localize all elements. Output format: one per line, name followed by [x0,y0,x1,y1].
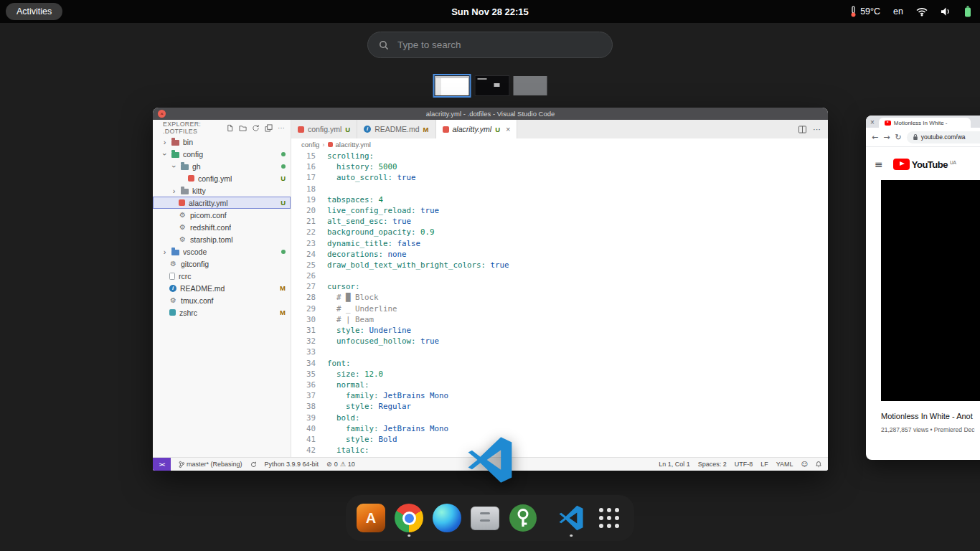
window-switcher [433,74,547,98]
files-icon [471,507,499,530]
dock-item-app-grid[interactable] [594,499,624,537]
breadcrumb[interactable]: config › alacritty.yml [291,138,828,150]
editor-more-actions-icon[interactable]: ··· [813,125,821,133]
line-number: 23 [291,238,316,249]
window-close-button[interactable]: × [158,110,166,118]
youtube-logo[interactable]: YouTube UA [893,159,956,170]
tree-item-alacritty.yml[interactable]: alacritty.ymlU [153,197,291,209]
refresh-icon[interactable] [252,124,260,132]
chevron-icon: › [171,187,177,195]
hamburger-menu-icon[interactable]: ≡ [875,159,883,170]
editor-tab-bar: config.ymlUiREADME.mdMalacritty.ymlU× ··… [291,120,828,138]
video-title: Motionless In White - Anot [881,412,980,420]
activities-button[interactable]: Activities [6,3,62,20]
tree-item-config.yml[interactable]: config.ymlU [153,172,291,184]
split-editor-icon[interactable] [798,126,806,133]
dock-item-files[interactable] [470,499,500,537]
wifi-icon [916,7,928,17]
editor-tab-alacritty.yml[interactable]: alacritty.ymlU× [436,120,518,138]
eol[interactable]: LF [760,461,768,468]
dock-item-edge[interactable] [432,499,462,537]
tab-label: README.md [374,125,419,133]
file-tree: ›bin›config›ghconfig.ymlU›kittyalacritty… [153,136,291,319]
notifications-icon[interactable] [816,461,821,468]
tree-item-zshrc[interactable]: zshrcM [153,306,291,319]
new-folder-icon[interactable] [239,124,247,132]
tree-item-bin[interactable]: ›bin [153,136,291,148]
tree-item-gh[interactable]: ›gh [153,160,291,172]
search-input[interactable] [396,39,601,51]
tab-label: alacritty.yml [453,125,492,133]
editor-tab-README.md[interactable]: iREADME.mdM [357,120,435,138]
dock-item-alacritty[interactable]: A [356,499,386,537]
code-line: 30 # | Beam [291,314,828,325]
indentation[interactable]: Spaces: 2 [698,461,727,468]
git-status-badge: U [345,126,350,133]
chevron-icon: › [161,151,169,157]
file-name: picom.conf [190,211,227,220]
close-tab-icon[interactable]: × [870,117,875,128]
vscode-titlebar[interactable]: × alacritty.yml - .dotfiles - Visual Stu… [153,108,828,120]
file-name: gh [192,162,201,171]
chrome-tab[interactable]: Motionless In White - [879,118,971,128]
close-tab-icon[interactable]: × [506,125,510,133]
file-name: bin [183,138,193,146]
address-bar[interactable]: youtube.com/wa [907,131,980,143]
sync-icon[interactable] [250,461,257,468]
folder-icon [181,164,189,170]
tree-item-config[interactable]: ›config [153,148,291,160]
dock: A [346,495,634,541]
tree-item-kitty[interactable]: ›kitty [153,184,291,197]
youtube-favicon [885,121,891,126]
tree-item-picom.conf[interactable]: ⚙picom.conf [153,209,291,221]
tree-item-rcrc[interactable]: rcrc [153,270,291,282]
running-indicator [407,534,410,537]
problems-indicator[interactable]: ⊘ 0 ⚠ 10 [326,461,355,468]
remote-indicator[interactable]: >< [153,458,171,471]
keyboard-layout[interactable]: en [893,6,903,17]
line-number: 27 [291,281,316,292]
dock-item-chrome[interactable] [394,499,424,537]
reload-button[interactable]: ↻ [895,133,901,142]
tree-item-gitconfig[interactable]: ⚙gitconfig [153,258,291,270]
system-tray[interactable]: 59°C en [850,0,971,23]
breadcrumb-folder[interactable]: config [301,141,319,149]
forward-button[interactable]: → [883,133,890,142]
code-editor[interactable]: 15scrolling:16 history: 500017 auto_scro… [291,150,828,457]
edge-icon [433,504,461,532]
tree-item-tmux.conf[interactable]: ⚙tmux.conf [153,294,291,306]
collapse-all-icon[interactable] [265,124,273,132]
more-actions-icon[interactable]: ··· [278,124,285,131]
encoding[interactable]: UTF-8 [735,461,753,468]
lock-icon [913,133,918,141]
tree-item-redshift.conf[interactable]: ⚙redshift.conf [153,221,291,233]
code-line: 23dynamic_title: false [291,238,828,249]
dock-item-keepassxc[interactable] [508,499,538,537]
python-interpreter[interactable]: Python 3.9.9 64-bit [265,461,319,468]
window-thumbnail-vscode[interactable] [433,74,471,98]
tree-item-starship.toml[interactable]: ⚙starship.toml [153,233,291,245]
editor-tab-config.yml[interactable]: config.ymlU [291,120,357,138]
video-player[interactable] [881,180,980,401]
new-file-icon[interactable] [226,124,234,132]
window-thumbnail-other[interactable] [514,76,547,95]
language-mode[interactable]: YAML [776,461,793,468]
yaml-file-icon [328,142,333,147]
clock[interactable]: Sun Nov 28 22:15 [451,0,529,23]
search-bar[interactable] [367,32,613,58]
tree-item-README.md[interactable]: iREADME.mdM [153,282,291,294]
file-name: kitty [192,187,206,195]
git-changes-dot [281,152,286,156]
window-thumbnail-chrome[interactable] [475,75,510,96]
settings-file-icon: ⚙ [169,297,177,304]
cursor-position[interactable]: Ln 1, Col 1 [659,461,690,468]
dock-item-vscode[interactable] [556,499,586,537]
tree-item-vscode[interactable]: ›vscode [153,245,291,258]
line-number: 28 [291,292,316,303]
feedback-icon[interactable]: ☺ [801,461,808,468]
back-button[interactable]: ← [872,133,878,142]
line-number: 21 [291,216,316,227]
breadcrumb-file[interactable]: alacritty.yml [336,141,371,149]
git-branch[interactable]: master* (Rebasing) [179,461,242,468]
git-status-badge: M [423,126,429,133]
